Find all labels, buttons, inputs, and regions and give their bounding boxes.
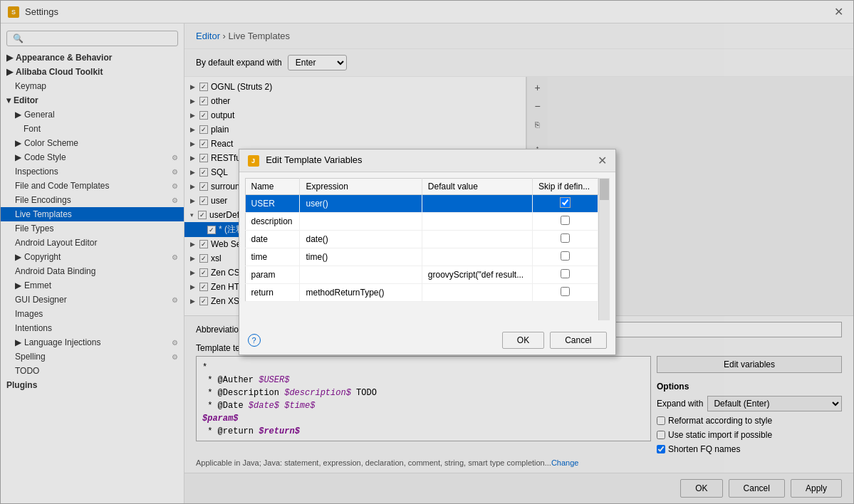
dialog-overlay: J Edit Template Variables ✕ Name Express… <box>0 0 854 504</box>
var-skip-cell <box>533 248 598 266</box>
var-expression-cell <box>300 213 422 231</box>
col-name: Name <box>245 179 300 195</box>
var-name-cell: return <box>245 284 300 302</box>
var-expression-cell: methodReturnType() <box>300 284 422 302</box>
skip-checkbox[interactable] <box>561 198 570 207</box>
var-skip-cell <box>533 284 598 302</box>
dialog-content: Name Expression Default value Skip if de… <box>239 172 615 326</box>
var-default-cell <box>422 248 532 266</box>
settings-window: S Settings ✕ ▶ Appearance & Behavior ▶ A… <box>0 0 854 504</box>
col-default: Default value <box>422 179 532 195</box>
skip-checkbox[interactable] <box>561 233 570 243</box>
skip-checkbox[interactable] <box>561 287 570 296</box>
dialog-scrollbar[interactable] <box>598 178 610 320</box>
var-expression-cell: time() <box>300 248 422 266</box>
dialog-title-left: J Edit Template Variables <box>248 154 363 167</box>
var-name-cell: description <box>245 213 300 231</box>
var-default-cell <box>422 231 532 248</box>
var-skip-cell <box>533 195 598 213</box>
dialog-table-wrap: Name Expression Default value Skip if de… <box>245 178 610 320</box>
table-row[interactable]: return methodReturnType() <box>245 284 598 302</box>
col-expression: Expression <box>300 179 422 195</box>
var-name-cell: USER <box>245 195 300 213</box>
dialog-title-bar: J Edit Template Variables ✕ <box>239 149 615 172</box>
table-row[interactable]: USER <box>245 195 598 213</box>
var-default-cell: groovyScript("def result... <box>422 266 532 284</box>
var-skip-cell <box>533 213 598 231</box>
expression-input[interactable] <box>306 199 415 209</box>
variables-table: Name Expression Default value Skip if de… <box>245 178 598 302</box>
var-default-cell <box>422 213 532 231</box>
var-skip-cell <box>533 231 598 248</box>
var-name-cell: date <box>245 231 300 248</box>
var-expression-cell <box>300 266 422 284</box>
table-row[interactable]: param groovyScript("def result... <box>245 266 598 284</box>
dialog-title-text: Edit Template Variables <box>266 154 362 165</box>
var-expression-cell: date() <box>300 231 422 248</box>
skip-checkbox[interactable] <box>561 251 570 261</box>
var-name-cell: time <box>245 248 300 266</box>
dialog-ok-button[interactable]: OK <box>502 332 544 349</box>
dialog-table-inner: Name Expression Default value Skip if de… <box>245 178 598 320</box>
edit-template-variables-dialog: J Edit Template Variables ✕ Name Express… <box>239 149 616 355</box>
skip-checkbox[interactable] <box>561 216 570 225</box>
dialog-close-button[interactable]: ✕ <box>598 154 607 167</box>
skip-checkbox[interactable] <box>561 269 570 278</box>
var-skip-cell <box>533 266 598 284</box>
dialog-cancel-button[interactable]: Cancel <box>550 332 606 349</box>
dialog-app-icon: J <box>248 155 259 167</box>
var-expression-cell[interactable] <box>300 195 422 213</box>
dialog-footer-buttons: OK Cancel <box>502 332 607 349</box>
help-icon[interactable]: ? <box>248 334 261 347</box>
var-default-cell <box>422 195 532 213</box>
table-row[interactable]: date date() <box>245 231 598 248</box>
var-name-cell: param <box>245 266 300 284</box>
scroll-thumb[interactable] <box>600 179 609 200</box>
var-default-cell <box>422 284 532 302</box>
dialog-footer: ? OK Cancel <box>239 326 615 355</box>
table-row[interactable]: description <box>245 213 598 231</box>
table-header-row: Name Expression Default value Skip if de… <box>245 179 598 195</box>
col-skip: Skip if defin... <box>533 179 598 195</box>
table-row[interactable]: time time() <box>245 248 598 266</box>
